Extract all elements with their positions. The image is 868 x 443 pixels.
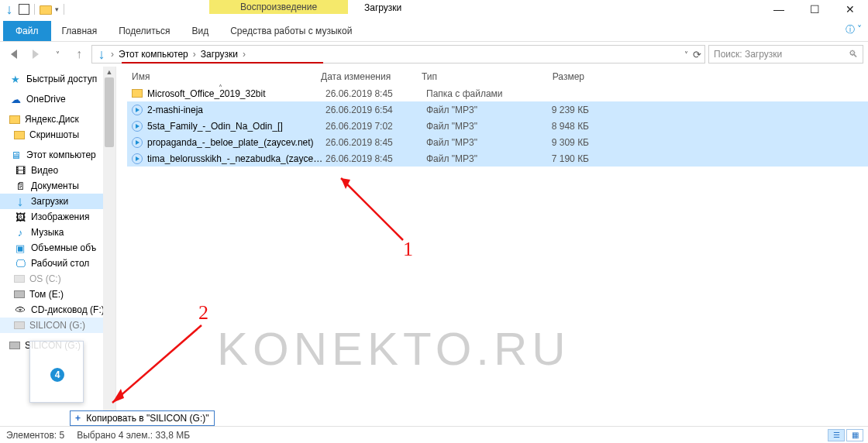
sidebar-item-label: Быстрый доступ — [26, 74, 97, 84]
chevron-right-icon[interactable]: › — [109, 49, 115, 60]
file-date: 26.06.2019 8:45 — [326, 137, 426, 148]
details-view-button[interactable]: ☰ — [828, 429, 845, 441]
drag-tooltip-text: Копировать в "SILICON (G:)" — [86, 413, 208, 424]
column-type[interactable]: Тип — [422, 71, 522, 82]
tab-share[interactable]: Поделиться — [108, 21, 181, 41]
main-area: ★ Быстрый доступ ☁ OneDrive Яндекс.Диск … — [0, 67, 868, 426]
separator — [64, 4, 64, 15]
qat-button[interactable] — [19, 4, 29, 15]
sidebar-item-pictures[interactable]: 🖼︎ Изображения — [0, 209, 115, 225]
sidebar-scrollbar[interactable]: ▲ ▼ — [103, 67, 115, 426]
annotation-underline — [122, 62, 323, 64]
drag-preview: 4 — [29, 341, 84, 403]
sidebar-item-music[interactable]: ♪ Музыка — [0, 225, 115, 240]
drag-count-badge: 4 — [49, 366, 66, 383]
contextual-tab[interactable]: Воспроизведение — [209, 0, 348, 14]
tab-home[interactable]: Главная — [51, 21, 108, 41]
sidebar-item-silicon-g[interactable]: SILICON (G:) — [0, 318, 115, 333]
sidebar-item-documents[interactable]: 📄︎ Документы — [0, 178, 115, 194]
chevron-right-icon[interactable]: › — [191, 49, 198, 60]
drag-tooltip: + Копировать в "SILICON (G:)" — [70, 410, 215, 426]
ribbon-collapse-icon[interactable]: ⓘ ˅ — [846, 23, 862, 36]
up-button[interactable]: ↑ — [70, 45, 88, 64]
sidebar-item-yadisk[interactable]: Яндекс.Диск — [0, 112, 115, 127]
qat-dropdown-icon[interactable]: ▾ — [55, 5, 59, 13]
sidebar-item-drive-e[interactable]: Том (E:) — [0, 287, 115, 302]
history-dropdown-icon[interactable]: ˅ — [48, 45, 67, 64]
drive-icon — [9, 342, 20, 349]
address-dropdown-icon[interactable]: ˅ — [684, 50, 688, 59]
file-type: Файл "MP3" — [426, 105, 527, 115]
tab-music-tools[interactable]: Средства работы с музыкой — [219, 21, 363, 41]
tab-file[interactable]: Файл — [3, 21, 51, 41]
file-name: propaganda_-_beloe_plate_(zaycev.net) — [147, 137, 326, 148]
mp3-file-icon — [132, 105, 147, 115]
file-size: 9 239 КБ — [527, 105, 604, 115]
sidebar-item-onedrive[interactable]: ☁ OneDrive — [0, 91, 115, 107]
sidebar-item-label: Загрузки — [31, 196, 68, 207]
scroll-thumb[interactable] — [105, 77, 114, 147]
sidebar-item-screenshots[interactable]: Скриншоты — [0, 127, 115, 143]
sidebar-item-3dobjects[interactable]: ▣ Объемные объ — [0, 240, 115, 256]
document-icon: 📄︎ — [14, 180, 26, 192]
view-switcher: ☰ ▦ — [828, 429, 863, 441]
file-size: 8 948 КБ — [527, 121, 604, 132]
forward-button[interactable] — [26, 45, 45, 64]
music-icon: ♪ — [14, 226, 26, 239]
status-bar: Элементов: 5 Выбрано 4 элем.: 33,8 МБ ☰ … — [0, 426, 868, 443]
desktop-icon: 🖵︎ — [14, 257, 26, 270]
sidebar-item-videos[interactable]: 🎞︎ Видео — [0, 163, 115, 178]
file-name: 5sta_Family_-_Odin_Na_Odin_[] — [147, 121, 326, 132]
ribbon-tabs: Файл Главная Поделиться Вид Средства раб… — [0, 19, 868, 42]
refresh-icon[interactable]: ⟳ — [693, 49, 701, 60]
watermark-text: KONEKTO.RU — [217, 322, 852, 376]
folder-icon — [9, 115, 20, 124]
sidebar-item-quick-access[interactable]: ★ Быстрый доступ — [0, 71, 115, 87]
sidebar-item-label: SILICON (G:) — [29, 320, 85, 331]
scroll-up-icon[interactable]: ▲ — [103, 67, 115, 77]
file-type: Файл "MP3" — [426, 121, 527, 132]
column-size[interactable]: Размер — [522, 71, 600, 82]
drive-icon — [14, 321, 25, 329]
table-row[interactable]: 5sta_Family_-_Odin_Na_Odin_[]26.06.2019 … — [127, 118, 868, 134]
sidebar-item-downloads[interactable]: ↓ Загрузки — [0, 194, 115, 209]
close-button[interactable]: ✕ — [832, 0, 868, 19]
sidebar-item-drive-c[interactable]: OS (C:) — [0, 271, 115, 287]
thumbnails-view-button[interactable]: ▦ — [846, 429, 863, 441]
search-input[interactable]: Поиск: Загрузки 🔍︎ — [708, 45, 863, 64]
column-date[interactable]: Дата изменения — [321, 71, 422, 82]
sidebar-item-label: Яндекс.Диск — [25, 114, 79, 125]
breadcrumb[interactable]: Этот компьютер — [117, 49, 190, 60]
chevron-right-icon[interactable]: › — [241, 49, 247, 60]
back-button[interactable] — [5, 45, 23, 64]
table-row[interactable]: tima_belorusskikh_-_nezabudka_(zaycev...… — [127, 150, 868, 167]
window-title: Загрузки — [364, 2, 401, 13]
mp3-file-icon — [132, 137, 147, 148]
search-placeholder: Поиск: Загрузки — [714, 49, 782, 60]
sidebar-item-desktop[interactable]: 🖵︎ Рабочий стол — [0, 256, 115, 271]
quick-access-toolbar: ↓ ▾ — [0, 0, 69, 19]
minimize-button[interactable]: — — [761, 0, 797, 19]
tab-view[interactable]: Вид — [181, 21, 219, 41]
sidebar-item-label: Видео — [31, 165, 58, 176]
address-bar[interactable]: ↓ › Этот компьютер › Загрузки › ˅ ⟳ — [91, 45, 705, 64]
folder-icon — [14, 131, 25, 139]
search-icon[interactable]: 🔍︎ — [849, 49, 858, 60]
status-item-count: Элементов: 5 — [6, 430, 64, 441]
breadcrumb[interactable]: Загрузки — [199, 49, 239, 60]
table-row[interactable]: Microsoft_Office_2019_32bit26.06.2019 8:… — [127, 85, 868, 101]
table-row[interactable]: propaganda_-_beloe_plate_(zaycev.net)26.… — [127, 134, 868, 150]
plus-icon: + — [75, 413, 84, 424]
file-date: 26.06.2019 8:45 — [326, 88, 426, 99]
sidebar-item-cdrom[interactable]: 💿︎ CD-дисковод (F:) — [0, 302, 115, 318]
sidebar-item-thispc[interactable]: 🖥︎ Этот компьютер — [0, 147, 115, 163]
maximize-button[interactable]: ☐ — [797, 0, 832, 19]
table-row[interactable]: 2-mashi-ineja26.06.2019 6:54Файл "MP3"9 … — [127, 101, 868, 118]
sidebar-item-label: Музыка — [31, 227, 64, 238]
monitor-icon: 🖥︎ — [9, 149, 22, 161]
cloud-icon: ☁ — [9, 93, 22, 105]
column-name[interactable]: Имя — [127, 71, 321, 82]
status-selection: Выбрано 4 элем.: 33,8 МБ — [77, 430, 190, 441]
film-icon: 🎞︎ — [14, 164, 26, 177]
folder-icon — [40, 5, 52, 15]
